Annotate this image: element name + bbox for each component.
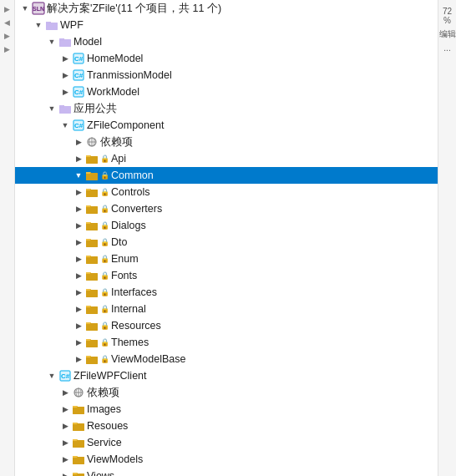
tree-item-依赖项[interactable]: 依赖项 (15, 384, 438, 401)
folder-yellow-icon (85, 235, 99, 249)
expand-arrow[interactable] (72, 286, 85, 299)
svg-rect-38 (86, 172, 90, 174)
item-label: 应用公共 (73, 102, 117, 116)
expand-arrow[interactable] (58, 68, 72, 82)
expand-arrow[interactable] (58, 52, 72, 65)
expand-arrow[interactable] (58, 419, 72, 433)
svg-text:C#: C# (74, 72, 84, 79)
tree-item-Service[interactable]: Service (15, 434, 438, 451)
tree-item-TranmissionModel[interactable]: C# TranmissionModel (15, 67, 438, 84)
tree-item-Model[interactable]: Model (15, 33, 438, 50)
tree-item-Views[interactable]: Views (15, 468, 438, 476)
tree-item-Controls[interactable]: 🔒 Controls (15, 184, 438, 200)
expand-arrow[interactable] (72, 135, 85, 149)
tree-item-WorkModel[interactable]: C# WorkModel (15, 84, 438, 100)
tree-item-依赖项[interactable]: 依赖项 (15, 134, 438, 150)
expand-arrow[interactable] (45, 35, 58, 48)
expand-arrow[interactable] (58, 386, 72, 399)
expand-arrow[interactable] (72, 352, 85, 366)
tree-item-Dialogs[interactable]: 🔒 Dialogs (15, 217, 438, 234)
folder-plain-icon (45, 18, 58, 32)
tree-item-ViewModelBase[interactable]: 🔒 ViewModelBase (15, 351, 438, 367)
item-label: ZFileWPFClient (73, 370, 147, 382)
expand-arrow[interactable] (72, 252, 85, 266)
folder-yellow-icon (72, 436, 85, 449)
solution-icon: SLN (32, 2, 45, 15)
tree-item-Interfaces[interactable]: 🔒 Interfaces (15, 284, 438, 301)
class-icon: C# (72, 68, 85, 82)
tree-item-解决方案'ZFile'(11_个项目，共_11_个)[interactable]: SLN 解决方案'ZFile'(11 个项目，共 11 个) (15, 0, 438, 17)
tree-item-应用公共[interactable]: 应用公共 (15, 100, 438, 117)
gutter-icon-1: ▶ (2, 3, 13, 15)
tree-item-Internal[interactable]: 🔒 Internal (15, 301, 438, 317)
tree-item-ZFileComponent[interactable]: C# ZFileComponent (15, 117, 438, 134)
item-label: Controls (111, 186, 150, 198)
tree-item-ViewModels[interactable]: ViewModels (15, 451, 438, 468)
solution-explorer-tree[interactable]: SLN 解决方案'ZFile'(11 个项目，共 11 个) WPF Model… (15, 0, 438, 476)
expand-arrow[interactable] (72, 169, 85, 182)
expand-arrow[interactable] (18, 2, 32, 15)
folder-yellow-icon (85, 202, 99, 215)
tree-item-Api[interactable]: 🔒 Api (15, 150, 438, 167)
tree-item-Themes[interactable]: 🔒 Themes (15, 334, 438, 351)
svg-rect-96 (73, 423, 84, 431)
svg-rect-50 (86, 222, 90, 224)
expand-arrow[interactable] (58, 403, 72, 416)
class-icon: C# (72, 52, 85, 65)
svg-rect-105 (73, 456, 77, 458)
expand-arrow[interactable] (45, 102, 58, 115)
expand-arrow[interactable] (72, 319, 85, 332)
item-label: ViewModelBase (111, 353, 185, 365)
item-label: Enum (111, 253, 139, 265)
item-label: WorkModel (87, 86, 139, 98)
tree-item-Enum[interactable]: 🔒 Enum (15, 251, 438, 267)
tree-item-ZFileWPFClient[interactable]: C# ZFileWPFClient (15, 367, 438, 384)
expand-arrow[interactable] (72, 185, 85, 199)
tree-item-Resources[interactable]: 🔒 Resources (15, 317, 438, 334)
expand-arrow[interactable] (72, 336, 85, 349)
expand-arrow[interactable] (72, 235, 85, 249)
svg-rect-81 (86, 357, 98, 364)
svg-rect-69 (86, 306, 98, 314)
tree-item-Dto[interactable]: 🔒 Dto (15, 234, 438, 251)
tree-item-HomeModel[interactable]: C# HomeModel (15, 50, 438, 67)
expand-arrow[interactable] (58, 469, 72, 476)
item-label: 解决方案'ZFile'(11 个项目，共 11 个) (47, 2, 221, 16)
folder-yellow-icon (85, 169, 99, 182)
expand-arrow[interactable] (58, 436, 72, 449)
svg-text:C#: C# (74, 89, 84, 96)
more-badge: ... (443, 43, 450, 53)
folder-yellow-icon (85, 269, 99, 282)
tree-item-Fonts[interactable]: 🔒 Fonts (15, 267, 438, 284)
main-area: SLN 解决方案'ZFile'(11 个项目，共 11 个) WPF Model… (15, 0, 438, 476)
svg-rect-5 (46, 23, 58, 30)
expand-arrow[interactable] (72, 269, 85, 282)
tree-item-Resoues[interactable]: Resoues (15, 418, 438, 434)
expand-arrow[interactable] (72, 202, 85, 215)
item-label: Dialogs (111, 220, 146, 231)
tree-item-Converters[interactable]: 🔒 Converters (15, 200, 438, 217)
expand-arrow[interactable] (72, 219, 85, 232)
item-label: Views (87, 470, 114, 476)
tree-item-WPF[interactable]: WPF (15, 17, 438, 33)
expand-arrow[interactable] (32, 18, 45, 32)
tree-item-Images[interactable]: Images (15, 401, 438, 418)
expand-arrow[interactable] (72, 302, 85, 316)
svg-rect-58 (86, 256, 90, 257)
expand-arrow[interactable] (58, 453, 72, 466)
svg-text:SLN: SLN (33, 6, 44, 12)
svg-rect-97 (73, 423, 77, 424)
expand-arrow[interactable] (58, 85, 72, 99)
svg-rect-33 (86, 156, 98, 164)
svg-rect-70 (86, 306, 90, 307)
item-label: ZFileComponent (87, 119, 164, 131)
folder-yellow-icon (85, 219, 99, 232)
tree-item-Common[interactable]: 🔒 Common (15, 167, 438, 184)
svg-text:C#: C# (74, 122, 84, 129)
item-label: 依赖项 (87, 386, 119, 400)
item-label: 依赖项 (100, 135, 133, 149)
expand-arrow[interactable] (45, 369, 58, 382)
expand-arrow[interactable] (58, 119, 72, 132)
expand-arrow[interactable] (72, 152, 85, 165)
lock-icon: 🔒 (100, 255, 109, 263)
